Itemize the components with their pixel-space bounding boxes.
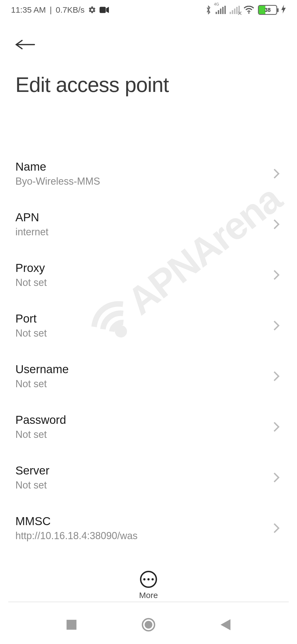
chevron-right-icon (273, 269, 280, 280)
settings-list[interactable]: Name Byo-Wireless-MMS APN internet Proxy… (0, 149, 297, 556)
arrow-left-icon (15, 39, 35, 50)
status-speed: 0.7KB/s (56, 5, 85, 15)
svg-point-1 (248, 12, 249, 14)
row-label: Name (15, 160, 100, 173)
svg-marker-7 (221, 619, 230, 630)
row-name[interactable]: Name Byo-Wireless-MMS (15, 149, 282, 199)
row-value: Not set (15, 328, 47, 339)
signal-sim1: 4G (216, 6, 226, 14)
row-label: APN (15, 211, 48, 224)
status-separator: | (50, 5, 52, 15)
status-time: 11:35 AM (11, 5, 46, 15)
battery-icon: 38 (258, 5, 277, 15)
row-apn[interactable]: APN internet (15, 199, 282, 250)
chevron-right-icon (273, 371, 280, 382)
row-label: MMSC (15, 515, 138, 528)
row-label: Username (15, 363, 69, 376)
row-mms-proxy[interactable]: MMS proxy 10.16.18.77 (15, 554, 282, 556)
row-value: http://10.16.18.4:38090/was (15, 530, 138, 542)
back-button[interactable] (15, 33, 38, 56)
more-label: More (139, 591, 158, 600)
chevron-right-icon (273, 472, 280, 483)
row-value: internet (15, 226, 48, 238)
wifi-icon (244, 6, 254, 14)
gear-icon (88, 6, 96, 14)
row-label: Server (15, 464, 50, 477)
status-left: 11:35 AM | 0.7KB/s (11, 5, 109, 15)
row-value: Not set (15, 378, 69, 390)
status-right: 4G 38 (205, 5, 286, 15)
nav-divider (8, 602, 289, 602)
chevron-right-icon (273, 421, 280, 432)
row-value: Not set (15, 277, 47, 288)
page-title: Edit access point (15, 73, 282, 97)
charging-icon (281, 5, 286, 15)
bluetooth-icon (205, 5, 212, 15)
nav-recents-button[interactable] (63, 616, 80, 633)
nav-back-button[interactable] (217, 616, 234, 633)
square-icon (67, 620, 76, 630)
signal-sim2 (230, 6, 240, 14)
nav-home-button[interactable] (140, 616, 157, 633)
header: Edit access point (0, 33, 297, 97)
svg-rect-0 (100, 7, 106, 13)
navigation-bar (0, 605, 297, 644)
row-label: Proxy (15, 261, 47, 275)
chevron-right-icon (273, 523, 280, 534)
more-icon (140, 571, 157, 588)
camera-icon (100, 7, 109, 13)
triangle-left-icon (221, 619, 230, 630)
row-label: Password (15, 413, 66, 427)
svg-rect-4 (67, 620, 76, 630)
row-server[interactable]: Server Not set (15, 452, 282, 503)
chevron-right-icon (273, 320, 280, 331)
status-bar: 11:35 AM | 0.7KB/s 4G 38 (0, 0, 297, 20)
row-label: Port (15, 312, 47, 325)
row-value: Not set (15, 479, 50, 491)
row-password[interactable]: Password Not set (15, 402, 282, 452)
row-value: Byo-Wireless-MMS (15, 176, 100, 187)
row-username[interactable]: Username Not set (15, 351, 282, 402)
chevron-right-icon (273, 219, 280, 230)
row-mmsc[interactable]: MMSC http://10.16.18.4:38090/was (15, 503, 282, 554)
svg-point-6 (145, 621, 152, 629)
row-value: Not set (15, 429, 66, 440)
circle-icon (142, 618, 155, 632)
more-button[interactable]: More (0, 571, 297, 600)
chevron-right-icon (273, 168, 280, 179)
row-port[interactable]: Port Not set (15, 301, 282, 351)
row-proxy[interactable]: Proxy Not set (15, 250, 282, 301)
